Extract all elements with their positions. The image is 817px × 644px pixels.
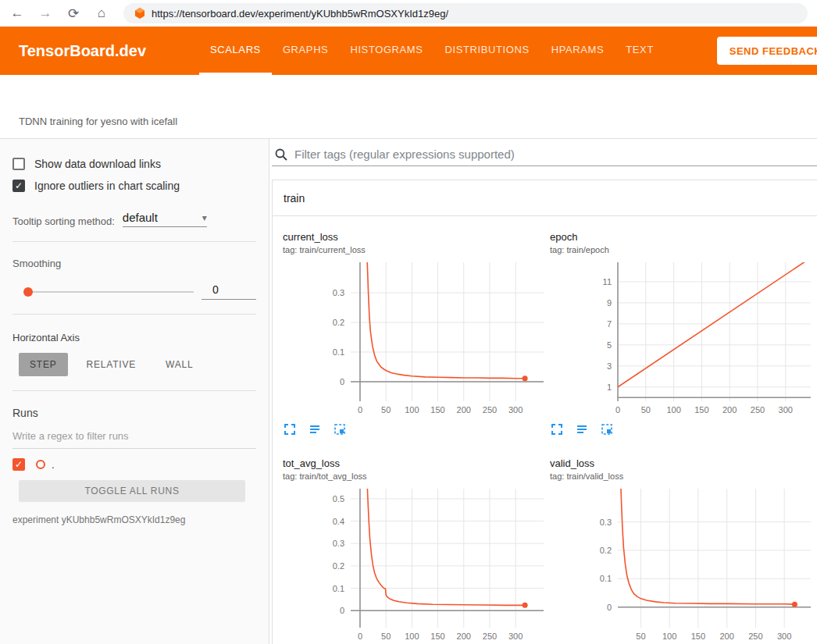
- run-row: ✓ .: [12, 458, 256, 471]
- tab-graphs[interactable]: GRAPHS: [272, 27, 340, 75]
- chart-title: current_loss: [283, 231, 546, 244]
- forward-icon[interactable]: →: [37, 5, 53, 21]
- tab-text[interactable]: TEXT: [615, 27, 665, 75]
- svg-text:7: 7: [607, 319, 612, 329]
- svg-text:200: 200: [457, 405, 471, 415]
- ignore-outliers-label: Ignore outliers in chart scaling: [34, 180, 180, 192]
- show-download-checkbox[interactable]: [12, 158, 25, 170]
- experiment-title: TDNN training for yesno with icefall: [19, 116, 817, 128]
- line-chart-tot-avg-loss[interactable]: 05010015020025030000.10.20.30.40.5: [283, 487, 546, 643]
- horizontal-axis-label: Horizontal Axis: [12, 332, 256, 343]
- svg-text:50: 50: [636, 632, 645, 641]
- tab-histograms[interactable]: HISTOGRAMS: [339, 27, 433, 75]
- svg-text:50: 50: [641, 405, 651, 415]
- chart-tag: tag: train/epoch: [550, 244, 813, 255]
- svg-text:100: 100: [666, 405, 680, 415]
- runs-filter-input[interactable]: Write a regex to filter runs: [12, 430, 256, 449]
- brand-logo[interactable]: TensorBoard.dev: [0, 27, 165, 75]
- run-checkbox[interactable]: ✓: [12, 458, 25, 471]
- filter-tags-input[interactable]: Filter tags (regular expressions support…: [294, 148, 515, 161]
- site-favicon: [134, 8, 145, 19]
- top-nav: SCALARS GRAPHS HISTOGRAMS DISTRIBUTIONS …: [199, 27, 665, 75]
- smoothing-label: Smoothing: [12, 258, 256, 269]
- filter-tags-row: Filter tags (regular expressions support…: [272, 139, 817, 166]
- svg-text:0: 0: [340, 606, 344, 615]
- chart-card-tot-avg-loss: tot_avg_loss tag: train/tot_avg_loss 050…: [283, 436, 546, 644]
- svg-text:0: 0: [340, 377, 344, 386]
- tab-scalars[interactable]: SCALARS: [199, 27, 272, 75]
- svg-text:1: 1: [607, 382, 612, 392]
- train-section-header[interactable]: train: [273, 180, 817, 216]
- log-scale-icon[interactable]: [308, 422, 322, 436]
- check-icon: ✓: [15, 460, 23, 469]
- settings-sidebar: Show data download links ✓ Ignore outlie…: [0, 139, 269, 644]
- svg-text:0.1: 0.1: [333, 347, 344, 357]
- svg-text:150: 150: [430, 405, 444, 415]
- home-icon[interactable]: ⌂: [94, 5, 109, 21]
- back-icon[interactable]: ←: [9, 5, 25, 21]
- svg-text:0.4: 0.4: [333, 517, 344, 526]
- svg-text:250: 250: [751, 405, 765, 415]
- chart-card-epoch: epoch tag: train/epoch 05010015020025030…: [550, 216, 813, 436]
- expand-chart-icon[interactable]: [283, 422, 297, 436]
- send-feedback-button[interactable]: SEND FEEDBACK: [717, 37, 817, 65]
- svg-text:50: 50: [381, 405, 391, 415]
- reload-icon[interactable]: ⟳: [66, 5, 81, 22]
- smoothing-value-input[interactable]: 0: [202, 283, 256, 300]
- svg-text:0.3: 0.3: [333, 288, 344, 297]
- chart-title: valid_loss: [550, 457, 813, 470]
- svg-text:50: 50: [381, 632, 391, 641]
- svg-text:0: 0: [358, 632, 362, 641]
- svg-text:0.1: 0.1: [333, 584, 344, 593]
- line-chart-current-loss[interactable]: 05010015020025030000.10.20.3: [283, 261, 546, 417]
- show-download-row: Show data download links: [12, 158, 256, 170]
- svg-text:11: 11: [603, 277, 612, 286]
- svg-text:150: 150: [691, 632, 705, 641]
- show-download-label: Show data download links: [34, 158, 161, 170]
- tooltip-sorting-label: Tooltip sorting method:: [12, 215, 115, 227]
- line-chart-epoch[interactable]: 0501001502002503001357911: [550, 261, 813, 417]
- smoothing-slider[interactable]: [27, 291, 194, 293]
- chart-card-valid-loss: valid_loss tag: train/valid_loss 5010015…: [550, 436, 813, 644]
- chevron-down-icon: ▾: [202, 212, 207, 223]
- divider: [12, 314, 256, 315]
- address-bar[interactable]: https://tensorboard.dev/experiment/yKUbh…: [123, 3, 808, 23]
- svg-text:250: 250: [483, 405, 497, 415]
- axis-wall-button[interactable]: WALL: [155, 353, 204, 376]
- line-chart-valid-loss[interactable]: 5010015020025030000.10.20.3: [550, 487, 813, 643]
- svg-text:0.5: 0.5: [333, 494, 344, 503]
- svg-text:100: 100: [662, 632, 676, 641]
- svg-text:100: 100: [405, 632, 419, 641]
- fit-domain-icon[interactable]: [600, 422, 614, 436]
- smoothing-slider-thumb[interactable]: [23, 287, 33, 297]
- tab-distributions[interactable]: DISTRIBUTIONS: [434, 27, 541, 75]
- svg-text:150: 150: [430, 632, 444, 641]
- tooltip-sorting-row: Tooltip sorting method: default ▾: [12, 211, 256, 227]
- tab-hparams[interactable]: HPARAMS: [541, 27, 615, 75]
- svg-text:200: 200: [719, 632, 733, 641]
- svg-text:0.3: 0.3: [333, 539, 344, 548]
- log-scale-icon[interactable]: [575, 422, 589, 436]
- svg-text:250: 250: [483, 632, 497, 641]
- chart-title: tot_avg_loss: [283, 457, 546, 470]
- toggle-all-runs-button[interactable]: TOGGLE ALL RUNS: [19, 480, 245, 502]
- check-icon: ✓: [15, 181, 23, 190]
- chart-tag: tag: train/tot_avg_loss: [283, 471, 546, 482]
- svg-text:200: 200: [457, 632, 471, 641]
- chart-tag: tag: train/valid_loss: [550, 471, 813, 482]
- browser-toolbar: ← → ⟳ ⌂ https://tensorboard.dev/experime…: [0, 0, 817, 27]
- train-section-card: train current_loss tag: train/current_lo…: [272, 180, 817, 644]
- svg-text:0.1: 0.1: [600, 574, 612, 583]
- ignore-outliers-checkbox[interactable]: ✓: [12, 180, 25, 192]
- tooltip-sorting-select[interactable]: default ▾: [123, 211, 207, 227]
- svg-text:5: 5: [607, 340, 612, 350]
- svg-text:150: 150: [694, 405, 708, 415]
- axis-step-button[interactable]: STEP: [19, 353, 68, 376]
- app-header: TensorBoard.dev SCALARS GRAPHS HISTOGRAM…: [0, 27, 817, 75]
- fit-domain-icon[interactable]: [333, 422, 347, 436]
- svg-text:100: 100: [405, 405, 419, 415]
- expand-chart-icon[interactable]: [550, 422, 564, 436]
- search-icon: [274, 148, 288, 162]
- experiment-id-text: experiment yKUbhb5wRmOSXYkId1z9eg: [12, 514, 256, 525]
- axis-relative-button[interactable]: RELATIVE: [76, 353, 148, 376]
